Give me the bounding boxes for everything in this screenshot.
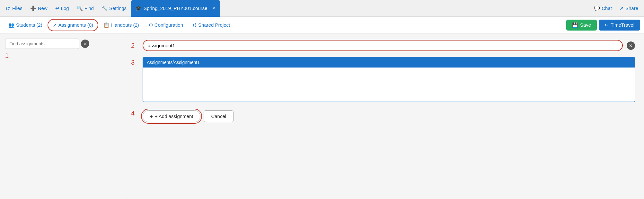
top-bar: 🗂 Files ➕ New ↩ Log 🔍 Find 🔧 Settings 🎓 … [0,0,644,17]
chat-label: Chat [602,5,612,11]
step4-number: 4 [131,108,138,117]
handouts-tab-label: Handouts (2) [111,22,139,28]
cancel-label: Cancel [211,113,226,119]
folder-icon: 🗂 [6,5,11,11]
files-button[interactable]: 🗂 Files [3,4,26,13]
share-button[interactable]: ↗ Share [616,4,641,13]
save-icon: 💾 [572,22,578,28]
assignment-name-input[interactable] [145,41,621,50]
left-panel: ✕ 1 [0,33,122,199]
course-icon: 🎓 [136,5,142,11]
log-button[interactable]: ↩ Log [52,4,72,13]
chat-icon: 💬 [594,5,600,11]
clear-search-button[interactable]: ✕ [81,40,89,48]
handouts-tab[interactable]: 📋 Handouts (2) [99,20,144,31]
clear-name-button[interactable]: ✕ [627,41,635,50]
right-panel: 2 ✕ 3 Assignments/Assignment1 [122,33,644,199]
share-nodes-icon: ⟨⟩ [193,22,197,28]
name-oval [143,40,623,51]
files-label: Files [12,5,22,11]
assignments-tab-label: Assignments (0) [58,22,93,28]
handouts-icon: 📋 [103,22,110,28]
find-button[interactable]: 🔍 Find [74,4,97,13]
close-icon: ✕ [629,43,633,48]
tab-label: Spring_2019_PHY001.course [144,5,207,11]
dropdown-container: Assignments/Assignment1 [143,57,635,102]
directory-dropdown[interactable]: Assignments/Assignment1 [143,57,635,102]
tab-close-button[interactable]: ✕ [212,6,216,11]
right-actions: 💬 Chat ↗ Share [591,4,641,13]
name-input-wrapper: ✕ [143,40,635,51]
step1-label: 1 [5,52,117,59]
plus-icon: + [150,113,153,119]
add-assignment-button[interactable]: + + Add assignment [143,110,200,122]
log-icon: ↩ [55,5,59,11]
students-tab-label: Students (2) [16,22,42,28]
add-assignment-label: + Add assignment [155,113,193,119]
sub-nav: 👥 Students (2) ↗ Assignments (0) 📋 Hando… [0,17,644,33]
shared-project-tab-label: Shared Project [198,22,230,28]
students-icon: 👥 [8,22,14,28]
assignments-tab[interactable]: ↗ Assignments (0) [48,19,98,31]
clock-icon: ↩ [604,22,609,28]
wrench-icon: 🔧 [101,5,108,11]
settings-label: Settings [109,5,127,11]
assignment-name-row: 2 ✕ [131,40,635,51]
search-input[interactable] [5,39,79,49]
step3-number: 3 [131,57,138,66]
subnav-right-actions: 💾 Save ↩ TimeTravel [566,20,640,31]
cancel-button[interactable]: Cancel [204,110,234,122]
configuration-tab-label: Configuration [154,22,183,28]
save-label: Save [580,22,591,28]
timetravel-button[interactable]: ↩ TimeTravel [599,20,640,31]
save-button[interactable]: 💾 Save [566,20,597,31]
active-tab[interactable]: 🎓 Spring_2019_PHY001.course ✕ [131,0,220,17]
new-label: New [38,5,48,11]
close-icon: ✕ [83,41,87,46]
find-label: Find [84,5,94,11]
search-icon: 🔍 [77,5,83,11]
dropdown-item-selected[interactable]: Assignments/Assignment1 [143,57,635,68]
configuration-tab[interactable]: ⚙ Configuration [144,20,188,31]
main-content: ✕ 1 2 ✕ 3 [0,33,644,199]
assignments-icon: ↗ [53,22,57,28]
timetravel-label: TimeTravel [611,22,634,28]
step2-number: 2 [131,40,138,49]
chat-button[interactable]: 💬 Chat [591,4,615,13]
action-buttons: + + Add assignment Cancel [143,110,234,122]
action-row: 4 + + Add assignment Cancel [131,108,635,122]
new-button[interactable]: ➕ New [27,4,51,13]
settings-button[interactable]: 🔧 Settings [98,4,130,13]
search-bar: ✕ [5,39,117,49]
share-label: Share [625,5,638,11]
configuration-icon: ⚙ [149,22,153,28]
log-label: Log [61,5,69,11]
shared-project-tab[interactable]: ⟨⟩ Shared Project [188,20,234,31]
share-icon: ↗ [620,5,624,11]
plus-icon: ➕ [30,5,36,11]
directory-row: 3 Assignments/Assignment1 [131,57,635,102]
name-input-container: ✕ [143,40,635,51]
students-tab[interactable]: 👥 Students (2) [4,20,47,31]
